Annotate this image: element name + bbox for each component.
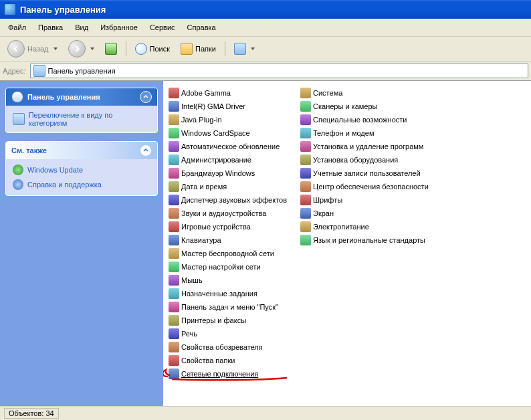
panel-header[interactable]: См. также — [6, 142, 157, 159]
dropdown-icon — [54, 47, 58, 50]
control-panel-icon — [33, 65, 45, 77]
item-label: Электропитание — [313, 223, 369, 231]
control-panel-item[interactable]: Автоматическое обновление — [167, 140, 288, 153]
applet-icon — [300, 235, 311, 245]
control-panel-item[interactable]: Панель задач и меню "Пуск" — [167, 300, 288, 314]
address-input[interactable]: Панель управления — [30, 64, 528, 78]
control-panel-item[interactable]: Клавиатура — [167, 233, 288, 247]
control-panel-item[interactable]: Мышь — [167, 274, 288, 287]
menu-favorites[interactable]: Избранное — [95, 22, 143, 33]
applet-icon — [169, 114, 179, 125]
item-label: Свойства обозревателя — [181, 343, 263, 351]
item-label: Автоматическое обновление — [181, 142, 280, 150]
control-panel-item[interactable]: Центр обеспечения безопасности — [299, 180, 430, 193]
control-panel-item[interactable]: Игровые устройства — [167, 220, 288, 233]
titlebar[interactable]: Панель управления — [0, 0, 531, 19]
item-label: Звуки и аудиоустройства — [181, 209, 266, 217]
item-label: Специальные возможности — [313, 116, 407, 124]
item-label: Мастер настройки сети — [181, 263, 261, 271]
forward-arrow-icon — [68, 40, 86, 58]
menu-help[interactable]: Справка — [182, 22, 221, 33]
applet-icon — [169, 88, 179, 98]
menu-file[interactable]: Файл — [3, 22, 31, 33]
control-panel-item[interactable]: Сетевые подключения — [167, 367, 288, 381]
item-label: Речь — [181, 330, 197, 338]
menubar: Файл Правка Вид Избранное Сервис Справка — [0, 19, 531, 37]
sidebar: Панель управления Переключение к виду по… — [0, 81, 163, 406]
applet-icon — [169, 154, 179, 165]
control-panel-item[interactable]: Телефон и модем — [299, 126, 430, 140]
applet-icon — [300, 181, 311, 192]
switch-category-view-link[interactable]: Переключение к виду по категориям — [13, 111, 150, 127]
control-panel-item[interactable]: Установка оборудования — [299, 153, 430, 167]
items-column-right: СистемаСканеры и камерыСпециальные возмо… — [299, 86, 430, 401]
item-label: Панель задач и меню "Пуск" — [181, 303, 278, 311]
applet-icon — [169, 302, 179, 312]
control-panel-item[interactable]: Назначенные задания — [167, 287, 288, 300]
control-panel-item[interactable]: Intel(R) GMA Driver — [167, 100, 288, 113]
applet-icon — [169, 288, 179, 299]
item-label: Язык и региональные стандарты — [313, 236, 425, 244]
control-panel-item[interactable]: Свойства папки — [167, 354, 288, 367]
body: Панель управления Переключение к виду по… — [0, 81, 531, 406]
control-panel-item[interactable]: Брандмауэр Windows — [167, 167, 288, 180]
window-title: Панель управления — [20, 5, 106, 15]
control-panel-item[interactable]: Экран — [299, 207, 430, 220]
control-panel-item[interactable]: Язык и региональные стандарты — [299, 233, 430, 247]
control-panel-item[interactable]: Свойства обозревателя — [167, 340, 288, 354]
item-label: Сканеры и камеры — [313, 102, 377, 110]
control-panel-item[interactable]: Шрифты — [299, 193, 430, 207]
panel-header[interactable]: Панель управления — [6, 88, 157, 106]
up-button[interactable] — [100, 41, 122, 57]
menu-view[interactable]: Вид — [70, 22, 94, 33]
applet-icon — [300, 208, 311, 219]
control-panel-item[interactable]: Звуки и аудиоустройства — [167, 207, 288, 220]
statusbar: Объектов: 34 — [0, 406, 531, 420]
collapse-icon[interactable] — [140, 144, 152, 156]
control-panel-icon — [4, 3, 16, 15]
search-button[interactable]: Поиск — [130, 41, 175, 57]
item-label: Дата и время — [181, 183, 227, 191]
menu-edit[interactable]: Правка — [33, 22, 68, 33]
control-panel-item[interactable]: Java Plug-in — [167, 113, 288, 126]
applet-icon — [169, 141, 179, 152]
search-icon — [135, 43, 147, 55]
dropdown-icon — [251, 47, 255, 50]
help-icon — [13, 179, 23, 190]
help-support-link[interactable]: Справка и поддержка — [13, 179, 150, 190]
control-panel-item[interactable]: Система — [299, 86, 430, 100]
control-panel-item[interactable]: Мастер беспроводной сети — [167, 247, 288, 260]
control-panel-item[interactable]: Речь — [167, 327, 288, 340]
applet-icon — [169, 208, 179, 219]
windows-update-link[interactable]: Windows Update — [13, 165, 150, 175]
applet-icon — [300, 128, 311, 138]
control-panel-item[interactable]: Сканеры и камеры — [299, 100, 430, 113]
folders-icon — [181, 43, 193, 55]
control-panel-item[interactable]: Дата и время — [167, 180, 288, 193]
item-label: Назначенные задания — [181, 290, 257, 298]
control-panel-item[interactable]: Специальные возможности — [299, 113, 430, 126]
forward-button — [64, 38, 99, 60]
control-panel-item[interactable]: Принтеры и факсы — [167, 314, 288, 327]
applet-icon — [169, 315, 179, 326]
control-panel-item[interactable]: Windows CardSpace — [167, 126, 288, 140]
control-panel-item[interactable]: Диспетчер звуковых эффектов — [167, 193, 288, 207]
control-panel-item[interactable]: Adobe Gamma — [167, 86, 288, 100]
item-label: Администрирование — [181, 156, 251, 164]
control-panel-item[interactable]: Электропитание — [299, 220, 430, 233]
views-button[interactable] — [229, 41, 259, 57]
separator — [126, 41, 126, 56]
separator — [225, 41, 225, 56]
panel-control-panel: Панель управления Переключение к виду по… — [5, 88, 158, 133]
menu-tools[interactable]: Сервис — [144, 22, 181, 33]
folders-button[interactable]: Папки — [176, 41, 221, 57]
control-panel-item[interactable]: Администрирование — [167, 153, 288, 167]
items-column-left: Adobe GammaIntel(R) GMA DriverJava Plug-… — [167, 86, 288, 401]
control-panel-item[interactable]: Учетные записи пользователей — [299, 167, 430, 180]
item-label: Шрифты — [313, 196, 342, 204]
collapse-icon[interactable] — [140, 91, 152, 103]
item-label: Мастер беспроводной сети — [181, 249, 274, 257]
folder-up-icon — [105, 43, 117, 55]
control-panel-item[interactable]: Установка и удаление программ — [299, 140, 430, 153]
control-panel-item[interactable]: Мастер настройки сети — [167, 260, 288, 274]
